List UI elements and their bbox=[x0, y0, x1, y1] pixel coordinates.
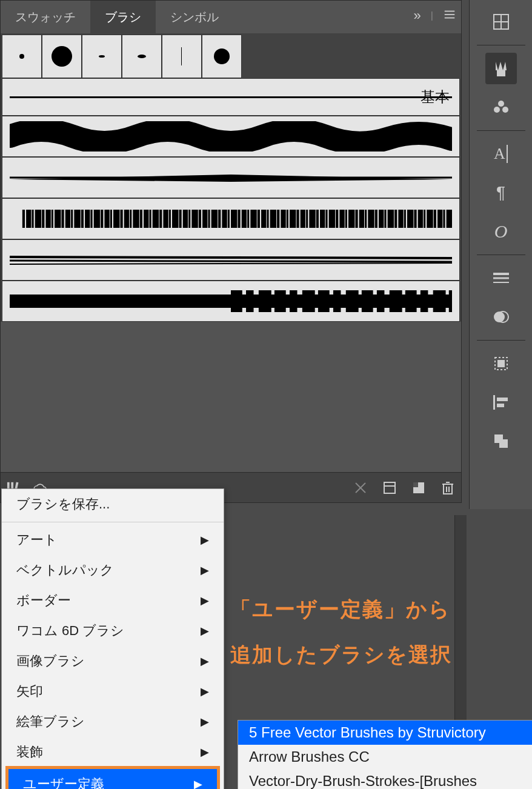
dock-opentype-icon[interactable]: O bbox=[485, 216, 517, 247]
svg-line-12 bbox=[10, 263, 452, 264]
dock-character-icon[interactable]: A bbox=[485, 138, 517, 170]
stroke-preview bbox=[10, 96, 452, 98]
menu-decoration[interactable]: 装飾▶ bbox=[2, 737, 224, 767]
library-context-menu: ブラシを保存... アート▶ ベクトルパック▶ ボーダー▶ ワコム 6D ブラシ… bbox=[1, 488, 224, 789]
brush-stroke[interactable] bbox=[2, 198, 460, 239]
submenu-arrow-icon: ▶ bbox=[201, 624, 209, 638]
svg-rect-42 bbox=[497, 398, 508, 401]
svg-line-10 bbox=[10, 257, 452, 258]
svg-rect-22 bbox=[444, 484, 452, 494]
options-icon[interactable] bbox=[382, 481, 397, 495]
svg-point-33 bbox=[502, 107, 508, 113]
svg-rect-41 bbox=[493, 395, 495, 410]
stroke-preview bbox=[10, 162, 452, 193]
svg-point-5 bbox=[99, 55, 105, 58]
svg-rect-40 bbox=[498, 361, 504, 367]
stroke-preview bbox=[10, 121, 452, 151]
menu-image-brush[interactable]: 画像ブラシ▶ bbox=[2, 646, 224, 676]
brush-stroke[interactable] bbox=[2, 281, 460, 322]
dock-transform-icon[interactable] bbox=[485, 348, 517, 379]
brush-thumbnails bbox=[1, 33, 461, 78]
more-tabs-icon[interactable]: » bbox=[414, 8, 421, 24]
menu-border[interactable]: ボーダー▶ bbox=[2, 585, 224, 616]
right-dock: A ¶ O bbox=[469, 0, 532, 509]
panel-menu-icon[interactable] bbox=[443, 8, 456, 24]
submenu-item[interactable]: 5 Free Vector Brushes by Struvictory bbox=[238, 721, 532, 745]
submenu-arrow-icon: ▶ bbox=[194, 777, 202, 789]
annotation-highlight-box: ユーザー定義▶ bbox=[5, 766, 220, 789]
dock-align-icon[interactable] bbox=[485, 387, 517, 418]
brush-stroke[interactable] bbox=[2, 239, 460, 281]
menu-paint-brush[interactable]: 絵筆ブラシ▶ bbox=[2, 707, 224, 737]
submenu-arrow-icon: ▶ bbox=[201, 745, 209, 759]
svg-rect-30 bbox=[497, 70, 505, 76]
brush-label: 基本 bbox=[421, 87, 450, 107]
new-brush-icon[interactable] bbox=[411, 481, 426, 495]
stroke-preview bbox=[10, 245, 452, 275]
annotation-text: 「ユーザー定義」から 追加したブラシを選択 bbox=[230, 587, 452, 677]
stroke-preview bbox=[10, 286, 452, 316]
svg-line-11 bbox=[10, 261, 452, 262]
dock-properties-icon[interactable] bbox=[485, 6, 517, 38]
submenu-arrow-icon: ▶ bbox=[201, 564, 209, 577]
submenu-arrow-icon: ▶ bbox=[201, 654, 209, 668]
tab-divider: | bbox=[431, 10, 433, 21]
menu-user-defined[interactable]: ユーザー定義▶ bbox=[8, 769, 217, 789]
svg-point-4 bbox=[52, 46, 72, 67]
tab-swatches[interactable]: スウォッチ bbox=[1, 1, 90, 33]
dock-brushes-icon[interactable] bbox=[485, 53, 517, 84]
panel-tabs: スウォッチ ブラシ シンボル » | bbox=[1, 1, 461, 33]
dock-paragraph-icon[interactable]: ¶ bbox=[485, 177, 517, 208]
submenu-item[interactable]: Arrow Brushes CC bbox=[238, 745, 532, 769]
dock-stroke-icon[interactable] bbox=[485, 262, 517, 294]
submenu-item[interactable]: Vector-Dry-Brush-Strokes-[Brushes bbox=[238, 769, 532, 789]
menu-vector-pack[interactable]: ベクトルパック▶ bbox=[2, 555, 224, 585]
brush-thumb[interactable] bbox=[122, 35, 162, 78]
submenu-arrow-icon: ▶ bbox=[201, 685, 209, 698]
stroke-preview bbox=[10, 204, 452, 234]
svg-point-31 bbox=[498, 101, 504, 107]
brush-stroke[interactable] bbox=[2, 157, 460, 198]
brush-thumb[interactable] bbox=[42, 35, 82, 78]
brush-stroke-list: 基本 bbox=[1, 78, 461, 322]
menu-wacom[interactable]: ワコム 6D ブラシ▶ bbox=[2, 616, 224, 646]
trash-icon[interactable] bbox=[441, 481, 455, 495]
submenu-arrow-icon: ▶ bbox=[201, 594, 209, 607]
svg-rect-18 bbox=[384, 482, 395, 493]
tab-symbols[interactable]: シンボル bbox=[156, 1, 233, 33]
dock-transparency-icon[interactable] bbox=[485, 301, 517, 333]
brush-thumb[interactable] bbox=[82, 35, 122, 78]
brushes-panel: スウォッチ ブラシ シンボル » | 基本 bbox=[0, 0, 462, 503]
menu-arrow[interactable]: 矢印▶ bbox=[2, 676, 224, 707]
submenu-arrow-icon: ▶ bbox=[201, 533, 209, 547]
menu-separator bbox=[2, 522, 224, 522]
brush-stroke[interactable] bbox=[2, 116, 460, 157]
brush-thumb[interactable] bbox=[162, 35, 202, 78]
svg-point-3 bbox=[19, 54, 24, 59]
user-defined-submenu: 5 Free Vector Brushes by Struvictory Arr… bbox=[238, 720, 532, 789]
tab-brushes[interactable]: ブラシ bbox=[90, 1, 156, 33]
brush-thumb[interactable] bbox=[202, 35, 242, 78]
brush-stroke-basic[interactable]: 基本 bbox=[2, 78, 460, 116]
svg-rect-21 bbox=[413, 482, 418, 487]
dock-pathfinder-icon[interactable] bbox=[485, 425, 517, 457]
menu-art[interactable]: アート▶ bbox=[2, 525, 224, 555]
svg-point-8 bbox=[214, 48, 230, 64]
svg-rect-7 bbox=[181, 47, 182, 65]
svg-point-6 bbox=[138, 55, 146, 58]
remove-stroke-icon[interactable] bbox=[353, 481, 368, 495]
svg-point-32 bbox=[494, 107, 500, 113]
brush-thumb[interactable] bbox=[2, 35, 42, 78]
menu-save-brushes[interactable]: ブラシを保存... bbox=[2, 489, 224, 519]
svg-rect-43 bbox=[497, 404, 504, 407]
svg-rect-45 bbox=[499, 439, 508, 448]
dock-symbols-icon[interactable] bbox=[485, 92, 517, 123]
submenu-arrow-icon: ▶ bbox=[201, 715, 209, 728]
